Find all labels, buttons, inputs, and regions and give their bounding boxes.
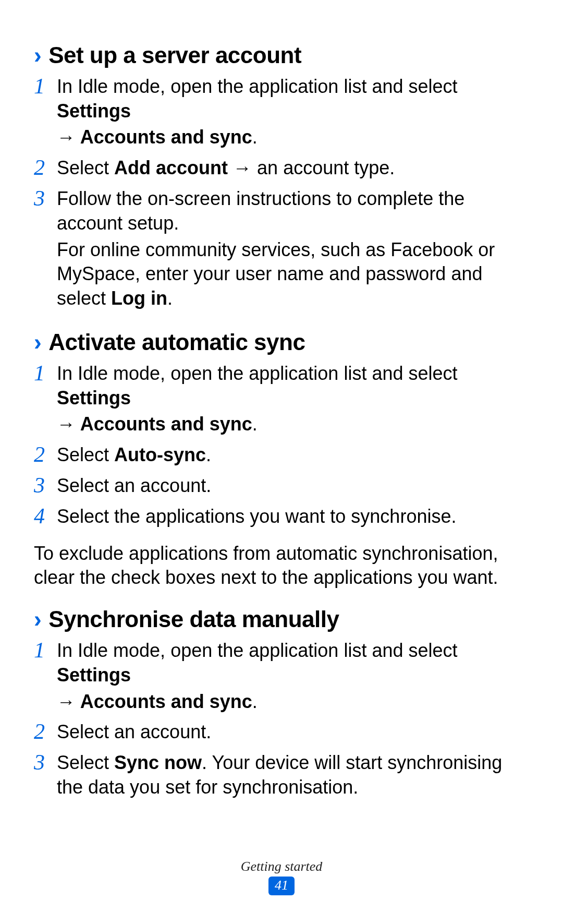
- step-item: 1In Idle mode, open the application list…: [34, 75, 529, 152]
- step-body: Select Auto-sync.: [57, 443, 529, 470]
- page-number: 41: [268, 877, 295, 895]
- step-item: 4Select the applications you want to syn…: [34, 505, 529, 531]
- text-segment: Select: [57, 752, 114, 773]
- step-line: Select the applications you want to sync…: [57, 505, 529, 529]
- step-body: In Idle mode, open the application list …: [57, 362, 529, 439]
- step-number: 3: [34, 751, 53, 774]
- step-line: In Idle mode, open the application list …: [57, 362, 529, 411]
- step-body: Select an account.: [57, 720, 529, 747]
- chevron-right-icon: ›: [34, 42, 41, 69]
- section-title: Activate automatic sync: [48, 329, 305, 356]
- step-item: 3Select an account.: [34, 474, 529, 500]
- text-segment: In Idle mode, open the application list …: [57, 76, 458, 97]
- step-line: → Accounts and sync.: [57, 690, 529, 714]
- step-item: 3Follow the on-screen instructions to co…: [34, 187, 529, 313]
- step-body: In Idle mode, open the application list …: [57, 639, 529, 716]
- step-line: For online community services, such as F…: [57, 238, 529, 311]
- step-number: 3: [34, 474, 53, 497]
- text-segment: →: [57, 691, 80, 712]
- step-body: Follow the on-screen instructions to com…: [57, 187, 529, 313]
- chevron-right-icon: ›: [34, 606, 41, 633]
- text-segment: Select an account.: [57, 721, 211, 742]
- step-body: Select Sync now. Your device will start …: [57, 751, 529, 802]
- text-segment: Add account: [114, 157, 228, 178]
- step-body: In Idle mode, open the application list …: [57, 75, 529, 152]
- text-segment: Log in: [111, 287, 167, 309]
- step-item: 1In Idle mode, open the application list…: [34, 639, 529, 716]
- step-line: Follow the on-screen instructions to com…: [57, 187, 529, 236]
- text-segment: Select the applications you want to sync…: [57, 506, 456, 527]
- section-heading: ›Set up a server account: [34, 42, 529, 69]
- text-segment: In Idle mode, open the application list …: [57, 363, 458, 384]
- step-item: 2Select Auto-sync.: [34, 443, 529, 470]
- text-segment: Sync now: [114, 752, 202, 773]
- text-segment: Settings: [57, 387, 131, 409]
- section: ›Activate automatic sync1In Idle mode, o…: [34, 329, 529, 590]
- step-number: 1: [34, 639, 53, 662]
- content-area: ›Set up a server account1In Idle mode, o…: [34, 42, 529, 802]
- step-line: → Accounts and sync.: [57, 412, 529, 437]
- text-segment: →: [57, 413, 80, 435]
- section-title: Set up a server account: [48, 42, 301, 69]
- text-segment: Follow the on-screen instructions to com…: [57, 188, 464, 234]
- step-line: In Idle mode, open the application list …: [57, 75, 529, 124]
- page: ›Set up a server account1In Idle mode, o…: [0, 0, 563, 924]
- section-note: To exclude applications from automatic s…: [34, 542, 529, 591]
- step-number: 2: [34, 443, 53, 466]
- text-segment: Select: [57, 157, 114, 178]
- text-segment: In Idle mode, open the application list …: [57, 640, 458, 661]
- step-item: 1In Idle mode, open the application list…: [34, 362, 529, 439]
- section-heading: ›Activate automatic sync: [34, 329, 529, 356]
- step-number: 2: [34, 720, 53, 743]
- step-body: Select the applications you want to sync…: [57, 505, 529, 531]
- step-list: 1In Idle mode, open the application list…: [34, 362, 529, 531]
- section: ›Synchronise data manually1In Idle mode,…: [34, 606, 529, 802]
- step-line: Select an account.: [57, 474, 529, 498]
- step-list: 1In Idle mode, open the application list…: [34, 639, 529, 802]
- step-line: Select Auto-sync.: [57, 443, 529, 467]
- text-segment: Settings: [57, 100, 131, 122]
- step-number: 1: [34, 362, 53, 385]
- step-line: Select an account.: [57, 720, 529, 745]
- text-segment: Auto-sync: [114, 444, 206, 465]
- text-segment: →: [57, 126, 80, 148]
- step-number: 4: [34, 505, 53, 527]
- footer-section-label: Getting started: [0, 859, 563, 874]
- text-segment: Select an account.: [57, 475, 211, 496]
- page-footer: Getting started 41: [0, 859, 563, 895]
- text-segment: Accounts and sync: [80, 691, 252, 712]
- step-item: 2Select Add account → an account type.: [34, 156, 529, 183]
- step-number: 3: [34, 187, 53, 210]
- text-segment: Accounts and sync: [80, 126, 252, 148]
- text-segment: .: [252, 413, 258, 435]
- step-list: 1In Idle mode, open the application list…: [34, 75, 529, 313]
- text-segment: Select: [57, 444, 114, 465]
- step-line: Select Add account → an account type.: [57, 156, 529, 181]
- text-segment: .: [252, 126, 258, 148]
- text-segment: .: [252, 691, 258, 712]
- text-segment: .: [206, 444, 211, 465]
- step-body: Select Add account → an account type.: [57, 156, 529, 183]
- text-segment: .: [167, 287, 173, 309]
- step-line: In Idle mode, open the application list …: [57, 639, 529, 688]
- step-number: 1: [34, 75, 53, 98]
- text-segment: Settings: [57, 664, 131, 686]
- step-line: → Accounts and sync.: [57, 125, 529, 150]
- section-title: Synchronise data manually: [48, 606, 339, 633]
- section-heading: ›Synchronise data manually: [34, 606, 529, 633]
- step-number: 2: [34, 156, 53, 179]
- text-segment: Accounts and sync: [80, 413, 252, 435]
- chevron-right-icon: ›: [34, 329, 41, 356]
- step-item: 3Select Sync now. Your device will start…: [34, 751, 529, 802]
- step-line: Select Sync now. Your device will start …: [57, 751, 529, 800]
- text-segment: → an account type.: [228, 157, 395, 178]
- step-body: Select an account.: [57, 474, 529, 500]
- section: ›Set up a server account1In Idle mode, o…: [34, 42, 529, 313]
- step-item: 2Select an account.: [34, 720, 529, 747]
